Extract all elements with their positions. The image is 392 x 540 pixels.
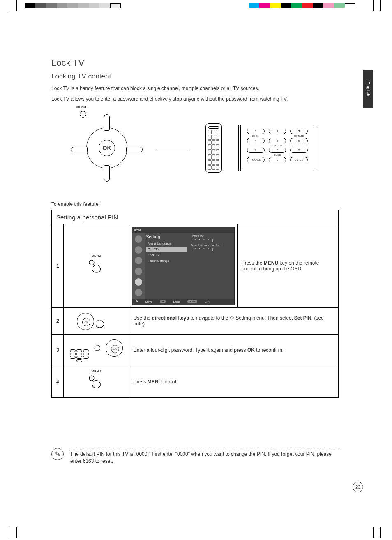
swatch — [67, 3, 78, 8]
key-0: 0 — [269, 157, 286, 162]
step-number: 2 — [52, 308, 63, 335]
key-enter: ENTER — [290, 157, 308, 162]
swatch — [313, 3, 323, 8]
osd-footer-exit: Exit — [205, 300, 210, 303]
swatch — [345, 3, 355, 8]
swatch — [323, 3, 334, 8]
key-recall: RECALL — [247, 157, 265, 162]
step-description: Press MENU to exit. — [129, 366, 339, 398]
swatch — [110, 3, 121, 8]
step-description: Enter a four-digit password. Type it aga… — [129, 335, 339, 366]
osd-tab-icon — [135, 289, 142, 296]
key-label-rotate: ROTATE — [290, 135, 308, 137]
svg-point-1 — [89, 376, 94, 381]
key-label-zoom: ZOOM — [247, 135, 265, 137]
osd-section: Setting — [146, 235, 187, 239]
hand-press-icon — [86, 374, 106, 393]
connector-line — [156, 148, 189, 148]
swatch — [249, 3, 259, 8]
osd-tab-icon — [135, 257, 142, 264]
enable-label: To enable this feature: — [51, 201, 339, 207]
osd-tab-icon — [135, 246, 142, 254]
step-osd-screenshot: acer Setting Menu Language — [129, 224, 237, 308]
key-8: 8 — [269, 148, 286, 153]
osd-item: Reset Settings — [146, 258, 187, 263]
swatch — [57, 3, 67, 8]
step-image: MENU — [63, 224, 129, 308]
intro-paragraph-1: Lock TV is a handy feature that can bloc… — [51, 85, 339, 92]
osd-item: Lock TV — [146, 252, 187, 258]
step-number: 3 — [52, 335, 63, 366]
step-image: MENU — [63, 366, 129, 398]
dpad-graphic: MENU OK — [74, 115, 140, 181]
osd-tab-icon — [135, 278, 142, 286]
step-description: Use the directional keys to navigate to … — [129, 308, 339, 335]
osd-tab-icon — [135, 268, 142, 275]
osd-tab-icon — [135, 235, 142, 243]
menu-label: MENU — [76, 105, 86, 109]
gear-icon: ⚙ — [230, 315, 234, 321]
svg-point-0 — [89, 260, 94, 265]
osd-footer-enter: Enter — [173, 300, 180, 303]
key-5: 5 — [269, 138, 286, 143]
step-description: Press the MENU key on the remote control… — [237, 224, 339, 308]
footnote: ✎ The default PIN for this TV is "0000."… — [51, 448, 339, 465]
hand-press-icon — [89, 314, 110, 332]
osd-footer-move: Move — [145, 300, 152, 303]
key-9: 9 — [290, 148, 308, 153]
osd-confirm-label: Type it again to confirm: — [191, 244, 233, 247]
table-row: 1 MENU acer — [52, 224, 339, 308]
swatch — [25, 3, 35, 8]
key-2: 2 — [269, 129, 286, 134]
color-bar-right — [249, 3, 355, 8]
steps-table: Setting a personal PIN 1 MENU acer — [51, 210, 339, 398]
swatch — [259, 3, 270, 8]
swatch — [99, 3, 110, 8]
table-row: 2 Use the directional keys to navigate t… — [52, 308, 339, 335]
osd-ok-tag: OK — [160, 300, 166, 303]
osd-brand: acer — [132, 227, 234, 233]
hand-press-icon — [90, 338, 104, 357]
swatch — [46, 3, 57, 8]
osd-pin-stars: [ * * * * ] — [191, 238, 233, 241]
small-dpad-icon — [106, 339, 123, 357]
remote-illustration: MENU OK 1 2 3 ZOOM ROTATE 4 5 6 — [51, 115, 339, 181]
swatch — [35, 3, 46, 8]
swatch — [302, 3, 313, 8]
step-image — [63, 335, 129, 366]
osd-menu-tag: MENU — [187, 300, 197, 303]
color-bar-left — [25, 3, 121, 8]
key-3: 3 — [290, 129, 308, 134]
swatch — [89, 3, 99, 8]
step-number: 1 — [52, 224, 63, 308]
swatch — [78, 3, 89, 8]
table-row: 3 Enter a four-digit password. Type it a… — [52, 335, 339, 366]
osd-pin-stars: [ * * * * ] — [191, 247, 233, 250]
osd-item-selected: Set PIN — [146, 247, 187, 252]
page-subtitle: Locking TV content — [51, 72, 339, 81]
osd-item: Menu Language — [146, 241, 187, 246]
table-row: 4 MENU Press MENU to exit. — [52, 366, 339, 398]
osd-move-icon: ✥ — [136, 300, 138, 303]
key-label-option: OPTION — [269, 144, 286, 147]
key-6: 6 — [290, 138, 308, 143]
key-1: 1 — [247, 129, 265, 134]
step-image — [63, 308, 129, 335]
swatch — [334, 3, 345, 8]
footnote-text: The default PIN for this TV is "0000." F… — [70, 451, 332, 464]
mini-keypad-icon — [70, 349, 89, 362]
swatch — [270, 3, 281, 8]
hand-press-icon — [86, 258, 106, 277]
table-header: Setting a personal PIN — [52, 210, 339, 224]
ok-button-graphic: OK — [99, 140, 115, 156]
remote-outline-graphic — [205, 123, 222, 173]
keypad-graphic: 1 2 3 ZOOM ROTATE 4 5 6 OPTION 7 8 9 SLI… — [238, 125, 316, 171]
intro-paragraph-2: Lock TV allows you to enter a password a… — [51, 95, 339, 103]
menu-dot-icon — [80, 111, 86, 118]
key-7: 7 — [247, 148, 265, 153]
key-4: 4 — [247, 138, 265, 143]
key-label-slide: SLIDE — [269, 154, 286, 156]
step-number: 4 — [52, 366, 63, 398]
page-title: Lock TV — [51, 58, 339, 68]
swatch — [281, 3, 291, 8]
